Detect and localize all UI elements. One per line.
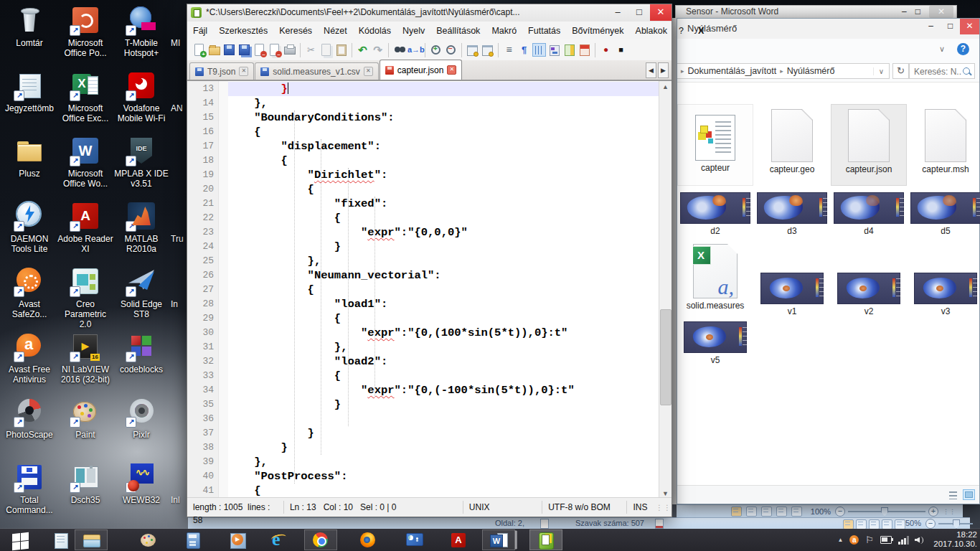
menu-item-?[interactable]: ? bbox=[673, 26, 689, 36]
status-insert-mode[interactable]: INS bbox=[627, 501, 654, 514]
open-file-icon[interactable] bbox=[207, 43, 221, 57]
desktop-icon-codeblocks[interactable]: codeblocks bbox=[113, 331, 169, 375]
word-wrap-icon[interactable]: ≡ bbox=[502, 43, 516, 57]
taskbar-explorer-button[interactable] bbox=[75, 529, 108, 550]
zoom-out-icon[interactable] bbox=[444, 43, 458, 57]
desktop-icon-dsch[interactable]: Dsch35 bbox=[57, 461, 113, 505]
desktop-icon-avast[interactable]: Avast Free Antivirus bbox=[1, 331, 57, 385]
npp-minimize-button[interactable]: – bbox=[607, 4, 628, 21]
record-macro-icon[interactable]: ● bbox=[599, 43, 613, 57]
find-icon[interactable] bbox=[392, 43, 406, 57]
tab-close-icon[interactable]: ✕ bbox=[239, 67, 248, 76]
editor-vertical-scrollbar[interactable]: ▲ ▼ bbox=[659, 81, 672, 500]
desktop-icon-excel[interactable]: Microsoft Office Exc... bbox=[57, 70, 113, 123]
zoom-out-icon[interactable]: − bbox=[835, 507, 845, 517]
resize-grip-icon[interactable]: ⋮⋮ bbox=[656, 504, 672, 512]
taskbar-start-button[interactable] bbox=[4, 529, 37, 550]
desktop-icon-ppt[interactable]: Microsoft Office Po... bbox=[57, 4, 113, 58]
desktop-icon-notepad[interactable]: Jegyzettömb bbox=[1, 70, 57, 113]
desktop-icon-recycle[interactable]: Lomtár bbox=[1, 4, 57, 48]
desktop-icon-word[interactable]: Microsoft Office Wo... bbox=[57, 135, 113, 189]
desktop-icon-photoscape[interactable]: PhotoScape bbox=[1, 396, 57, 440]
show-all-chars-icon[interactable]: ¶ bbox=[517, 43, 531, 57]
menu-item-fjl[interactable]: Fájl bbox=[187, 26, 213, 36]
taskbar-npp-button[interactable] bbox=[529, 529, 562, 550]
action-center-flag-icon[interactable]: ⚐ bbox=[865, 535, 874, 545]
tab-T9.json[interactable]: T9.json✕ bbox=[189, 62, 254, 80]
desktop-icon-pixlr[interactable]: Pixlr bbox=[113, 396, 169, 440]
word-window-titlebar[interactable]: Sensor - Microsoft Word – □ ✕ bbox=[675, 5, 957, 18]
taskbar-adobe-button[interactable] bbox=[442, 529, 475, 550]
menu-item-kdols[interactable]: Kódolás bbox=[353, 26, 397, 36]
save-all-icon[interactable] bbox=[237, 43, 251, 57]
breadcrumb[interactable]: ▸Dokumentálás_javított▸Nyúlásmérő∨ bbox=[677, 63, 890, 79]
stop-macro-icon[interactable]: ■ bbox=[614, 43, 628, 57]
paste-icon[interactable] bbox=[334, 43, 348, 57]
hidden-icons-icon[interactable]: ▲ bbox=[837, 537, 843, 543]
desktop-icon-totalcmd[interactable]: Total Command... bbox=[1, 461, 57, 515]
word-proofing-icon[interactable] bbox=[540, 519, 549, 529]
sync-h-icon[interactable] bbox=[481, 43, 494, 57]
tab-scroll-right-icon[interactable]: ▶ bbox=[658, 62, 669, 78]
word-zoom-level[interactable]: 100% bbox=[811, 507, 831, 516]
menu-item-nzet[interactable]: Nézet bbox=[318, 26, 353, 36]
menu-item-belltsok[interactable]: Beállítások bbox=[430, 26, 486, 36]
file-tile-capteur.geo[interactable]: capteur.geo bbox=[755, 105, 829, 185]
file-tile-v1[interactable]: v1 bbox=[755, 273, 829, 316]
file-tile-solid.measures[interactable]: solid.measures bbox=[678, 241, 753, 311]
menu-item-futtats[interactable]: Futtatás bbox=[522, 26, 566, 36]
taskbar-ie-button[interactable] bbox=[263, 529, 296, 550]
file-tile-capteur.msh[interactable]: capteur.msh bbox=[908, 105, 980, 185]
tab-close-icon[interactable]: ✕ bbox=[447, 65, 456, 75]
desktop-icon-folder[interactable]: Plusz bbox=[1, 135, 57, 179]
word-view-web-icon[interactable] bbox=[761, 507, 772, 517]
desktop-icon-wewb[interactable]: WEWB32 bbox=[113, 461, 169, 505]
copy-icon[interactable] bbox=[319, 43, 333, 57]
network-signal-icon[interactable] bbox=[898, 536, 908, 545]
word2-view-buttons[interactable] bbox=[843, 519, 905, 529]
status-eol-format[interactable]: UNIX bbox=[463, 501, 542, 514]
refresh-icon[interactable]: ↻ bbox=[892, 63, 909, 79]
word-view-fullscreen-icon[interactable] bbox=[746, 507, 757, 517]
desktop-icon-mplab[interactable]: MPLAB X IDE v3.51 bbox=[113, 135, 169, 189]
desktop-icon-tmobile[interactable]: T-Mobile Hotspot+ bbox=[113, 4, 169, 58]
ribbon-expand-icon[interactable]: ∨ bbox=[939, 44, 945, 54]
npp-maximize-button[interactable]: □ bbox=[628, 4, 650, 21]
taskbar-notepad-button[interactable] bbox=[44, 529, 77, 550]
sync-v-icon[interactable] bbox=[466, 43, 479, 57]
file-tile-d5[interactable]: d5 bbox=[908, 192, 980, 236]
scrollbar-thumb[interactable] bbox=[660, 309, 672, 405]
taskbar-wmp-button[interactable] bbox=[221, 529, 254, 550]
desktop-icon-matlab[interactable]: MATLAB R2010a bbox=[113, 200, 169, 254]
desktop-icon-adobe[interactable]: Adobe Reader XI bbox=[57, 200, 113, 254]
replace-icon[interactable]: a→b bbox=[407, 43, 421, 57]
battery-icon[interactable] bbox=[880, 536, 892, 544]
code-editor[interactable]: 1314151617181920212223242526272829303132… bbox=[187, 80, 672, 500]
word-minimize-button[interactable]: – bbox=[902, 6, 907, 18]
word-spellcheck-icon[interactable] bbox=[655, 519, 664, 529]
indent-guide-icon[interactable] bbox=[532, 43, 546, 57]
npp-close-button[interactable]: ✕ bbox=[650, 4, 672, 21]
doc-map-icon[interactable] bbox=[562, 43, 576, 57]
scroll-up-icon[interactable]: ▲ bbox=[659, 81, 672, 93]
zoom-slider-thumb[interactable] bbox=[881, 507, 888, 517]
word-zoom-slider[interactable]: − + bbox=[835, 507, 938, 517]
cut-icon[interactable]: ✂ bbox=[304, 43, 318, 57]
taskbar-chrome-button[interactable] bbox=[304, 529, 337, 550]
tab-solid.measures_v1.csv[interactable]: solid.measures_v1.csv✕ bbox=[255, 62, 378, 80]
breadcrumb-dropdown-icon[interactable]: ∨ bbox=[873, 67, 889, 75]
word-word-count[interactable]: Szavak száma: 507 bbox=[575, 519, 644, 527]
taskbar-clock[interactable]: 18:22 2017.10.30. bbox=[933, 530, 977, 549]
file-tile-v3[interactable]: v3 bbox=[908, 273, 980, 316]
desktop-icon-avastsz[interactable]: Avast SafeZo... bbox=[1, 265, 57, 319]
file-tile-capteur.json[interactable]: capteur.json bbox=[831, 105, 906, 185]
desktop-icon-creo[interactable]: Creo Parametric 2.0 bbox=[57, 265, 113, 329]
menu-item-bvtmnyek[interactable]: Bővítmények bbox=[566, 26, 629, 36]
tab-scroll-left-icon[interactable]: ◀ bbox=[646, 62, 656, 78]
explorer-minimize-button[interactable]: – bbox=[921, 19, 941, 34]
redo-icon[interactable]: ↷ bbox=[371, 43, 385, 57]
explorer-close-button[interactable]: ✕ bbox=[960, 19, 979, 34]
new-file-icon[interactable]: + bbox=[192, 43, 206, 57]
word-view-print-layout-icon[interactable] bbox=[731, 507, 742, 517]
search-box[interactable] bbox=[909, 63, 975, 79]
